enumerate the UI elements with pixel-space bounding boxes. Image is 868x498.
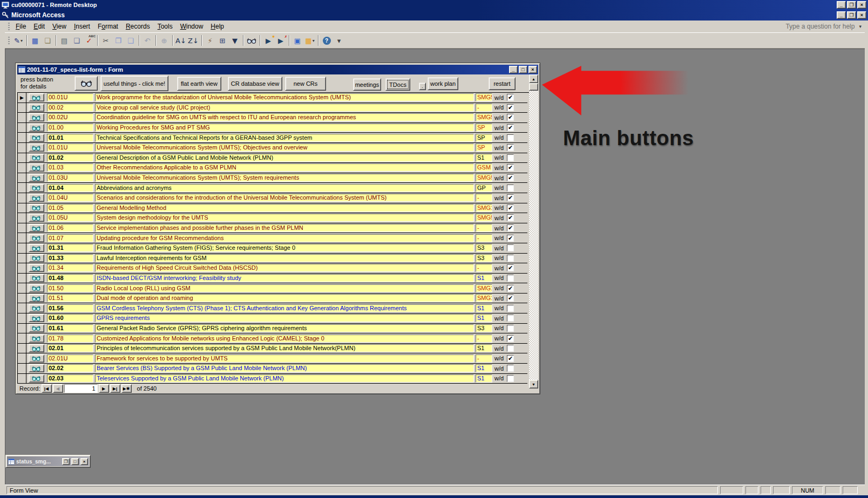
spec-title-field[interactable]: Technical Specifications and Technical R… — [95, 134, 474, 142]
details-button[interactable] — [29, 124, 44, 132]
spec-title-field[interactable]: General Packet Radio Service (GPRS); GPR… — [95, 324, 474, 332]
record-selector[interactable] — [18, 163, 26, 173]
database-window-button[interactable]: ▣ — [291, 35, 303, 46]
group-field[interactable]: - — [476, 194, 492, 202]
withdrawn-checkbox[interactable]: ✔ — [507, 264, 514, 271]
record-selector[interactable] — [18, 123, 26, 133]
group-field[interactable]: - — [476, 224, 492, 232]
withdrawn-checkbox[interactable] — [507, 154, 514, 161]
withdrawn-checkbox[interactable]: ✔ — [507, 124, 514, 131]
details-button[interactable] — [29, 204, 44, 212]
withdrawn-checkbox[interactable] — [507, 345, 514, 352]
spec-title-field[interactable]: Radio Local Loop (RLL) using GSM — [95, 284, 474, 292]
mini-close-button[interactable]: × — [80, 458, 88, 465]
record-selector[interactable] — [18, 233, 26, 243]
scrollbar-thumb[interactable] — [529, 83, 538, 91]
record-selector[interactable] — [18, 313, 26, 323]
spec-number-field[interactable]: 01.56 — [47, 304, 93, 312]
withdrawn-checkbox[interactable] — [507, 134, 514, 141]
scroll-down-button[interactable]: ▼ — [529, 380, 538, 388]
spelling-button[interactable]: ✓ABC — [83, 35, 95, 46]
details-button[interactable] — [29, 324, 44, 332]
file-search-button[interactable]: ❏ — [42, 35, 53, 46]
spec-number-field[interactable]: 01.06 — [47, 224, 93, 232]
spec-title-field[interactable]: Customized Applications for Mobile netwo… — [95, 335, 474, 343]
spec-number-field[interactable]: 00.02 — [47, 104, 93, 112]
withdrawn-checkbox[interactable] — [507, 325, 514, 332]
record-selector[interactable] — [18, 153, 26, 163]
details-button[interactable] — [29, 184, 44, 192]
record-selector[interactable] — [18, 243, 26, 253]
details-button[interactable] — [29, 214, 44, 222]
spec-title-field[interactable]: Scenarios and considerations for the int… — [95, 194, 474, 202]
rd-restore-button[interactable]: ❐ — [847, 1, 856, 9]
details-button[interactable] — [29, 294, 44, 302]
sort-descending-button[interactable]: Z↓ — [187, 35, 199, 46]
spec-title-field[interactable]: Bearer Services (BS) Supported by a GSM … — [95, 364, 474, 372]
group-field[interactable]: SMG5 — [476, 93, 492, 101]
rd-minimize-button[interactable]: _ — [837, 1, 846, 9]
record-selector[interactable] — [18, 344, 26, 353]
withdrawn-checkbox[interactable]: ✔ — [507, 214, 514, 221]
spec-title-field[interactable]: Requirements of High Speed Circuit Switc… — [95, 264, 474, 272]
new-crs-button[interactable]: new CRs — [285, 77, 326, 91]
group-field[interactable]: S1 — [476, 304, 492, 312]
details-button[interactable] — [29, 163, 44, 172]
spec-number-field[interactable]: 01.50 — [47, 284, 93, 292]
restart-button[interactable]: restart — [489, 77, 516, 90]
last-record-button[interactable]: ▶| — [110, 384, 120, 393]
spec-title-field[interactable]: Fraud Information Gathering System (FIGS… — [95, 244, 474, 252]
spec-number-field[interactable]: 02.02 — [47, 364, 93, 372]
spec-number-field[interactable]: 01.02 — [47, 154, 93, 162]
record-selector[interactable] — [18, 324, 26, 333]
record-selector[interactable] — [18, 374, 26, 384]
withdrawn-checkbox[interactable]: ✔ — [507, 144, 514, 151]
record-selector[interactable] — [18, 274, 26, 283]
record-selector[interactable] — [18, 303, 26, 313]
new-record-nav-button[interactable]: ▶✱ — [121, 384, 132, 393]
spec-title-field[interactable]: Working Procedures for SMG and PT SMG — [95, 124, 474, 132]
group-field[interactable]: S3 — [476, 324, 492, 332]
record-selector[interactable] — [18, 203, 26, 213]
help-button[interactable]: ? — [321, 35, 333, 46]
details-button[interactable] — [29, 144, 44, 152]
record-selector[interactable] — [18, 143, 26, 153]
group-field[interactable]: SP — [476, 134, 492, 142]
menu-view[interactable]: View — [49, 21, 70, 32]
new-object-button[interactable]: ▦▾ — [304, 35, 316, 46]
spec-number-field[interactable]: 01.00 — [47, 124, 93, 132]
record-selector[interactable] — [18, 254, 26, 263]
details-button[interactable] — [29, 264, 44, 272]
group-field[interactable]: S1 — [476, 154, 492, 162]
details-button[interactable] — [29, 304, 44, 312]
delete-record-button[interactable]: ▶✗ — [275, 35, 287, 46]
group-field[interactable]: SP — [476, 124, 492, 132]
scrollbar-track[interactable] — [529, 91, 538, 380]
record-selector[interactable] — [18, 223, 26, 233]
next-record-button[interactable]: ▶ — [99, 384, 109, 393]
flat-earth-view-button[interactable]: flat earth view — [177, 77, 221, 91]
withdrawn-checkbox[interactable]: ✔ — [507, 335, 514, 342]
spec-title-field[interactable]: ISDN-based DECT/GSM interworking; Feasib… — [95, 274, 474, 282]
group-field[interactable]: GSM — [476, 163, 492, 172]
spec-title-field[interactable]: Work programme for the standarization of… — [95, 93, 474, 101]
mini-restore-button[interactable]: ❐ — [62, 458, 70, 465]
filter-by-form-button[interactable]: ⊞ — [216, 35, 228, 46]
spec-title-field[interactable]: Updating procedure for GSM Recommendatio… — [95, 234, 474, 242]
menu-records[interactable]: Records — [122, 21, 154, 32]
print-button[interactable]: ▤ — [58, 35, 70, 46]
spec-number-field[interactable]: 01.03U — [47, 174, 93, 182]
details-button[interactable] — [29, 194, 44, 202]
record-selector[interactable] — [18, 213, 26, 223]
record-selector[interactable] — [18, 364, 26, 373]
form-maximize-button[interactable]: □ — [519, 66, 527, 73]
record-selector[interactable] — [18, 333, 26, 343]
apply-filter-button[interactable]: ▼ — [229, 35, 241, 46]
spec-number-field[interactable]: 01.01U — [47, 144, 93, 152]
withdrawn-checkbox[interactable]: ✔ — [507, 94, 514, 101]
withdrawn-checkbox[interactable] — [507, 305, 514, 312]
record-selector[interactable] — [18, 173, 26, 183]
spec-number-field[interactable]: 01.60 — [47, 314, 93, 322]
group-field[interactable]: SP — [476, 144, 492, 152]
details-button[interactable] — [29, 284, 44, 292]
